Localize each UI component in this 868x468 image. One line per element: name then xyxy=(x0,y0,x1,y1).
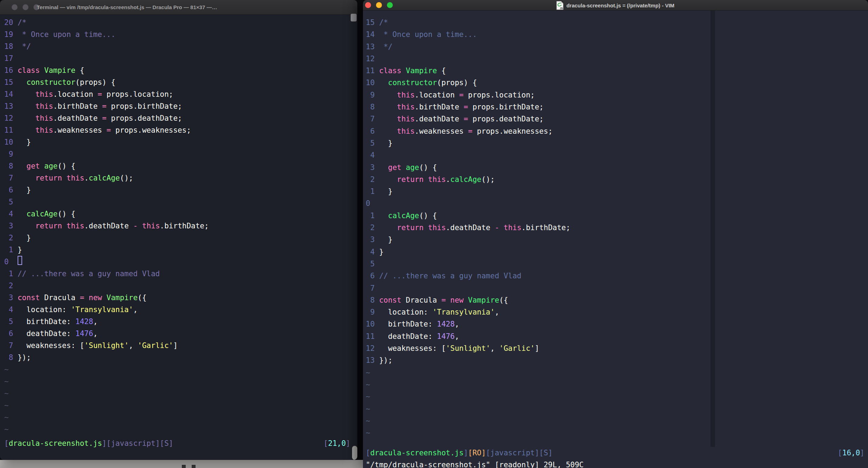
syntax-token: .weaknesses xyxy=(415,127,468,135)
code-line[interactable]: 11 this.weaknesses = props.weaknesses; xyxy=(4,124,350,136)
line-number: 9 xyxy=(366,91,379,99)
code-line[interactable]: 6 } xyxy=(4,184,350,196)
scrollbar-thumb[interactable] xyxy=(352,446,357,460)
code-line[interactable]: 9 location: 'Transylvania', xyxy=(366,306,860,318)
scrollbar-thumb[interactable] xyxy=(351,14,357,21)
code-line[interactable]: 3 const Dracula = new Vampire({ xyxy=(4,292,350,304)
code-line[interactable]: 15 /* xyxy=(366,17,860,29)
code-line[interactable]: 19 * Once upon a time... xyxy=(4,29,350,40)
code-line[interactable]: 11 class Vampire { xyxy=(366,65,860,77)
code-line[interactable]: 0 xyxy=(4,256,350,268)
code-line[interactable]: 2 xyxy=(4,280,350,292)
code-line[interactable]: 11 deathDate: 1476, xyxy=(366,330,860,342)
code-line[interactable]: 1 // ...there was a guy named Vlad xyxy=(4,268,350,280)
code-line[interactable]: 8 this.birthDate = props.birthDate; xyxy=(366,101,860,113)
code-line[interactable]: 8 const Dracula = new Vampire({ xyxy=(366,294,860,306)
code-line[interactable]: 1 } xyxy=(4,244,350,256)
code-line[interactable]: 13 }); xyxy=(366,354,860,366)
macvim-titlebar[interactable]: JS dracula-screenshot.js = (/private/tmp… xyxy=(363,0,868,11)
code-line[interactable]: 8 }); xyxy=(4,352,350,363)
code-line[interactable]: 14 * Once upon a time... xyxy=(366,29,860,40)
empty-buffer-line: ~ xyxy=(366,415,860,427)
syntax-token: this xyxy=(36,90,53,99)
terminal-screen[interactable]: 20 /*19 * Once upon a time...18 */17 16 … xyxy=(0,15,357,460)
code-line[interactable]: 4 } xyxy=(366,246,860,258)
code-line[interactable]: 4 location: 'Transylvania', xyxy=(4,304,350,316)
code-line[interactable]: 5 birthDate: 1428, xyxy=(4,316,350,328)
tilde-marker: ~ xyxy=(4,413,9,422)
code-line[interactable]: 6 deathDate: 1476, xyxy=(4,328,350,340)
syntax-token: props.deathDate; xyxy=(107,114,182,122)
code-line[interactable]: 0 xyxy=(366,197,860,209)
code-line[interactable]: 10 } xyxy=(4,136,350,148)
syntax-token: = xyxy=(98,90,102,99)
code-line[interactable]: 20 /* xyxy=(4,17,350,29)
syntax-token: props.weaknesses; xyxy=(472,127,553,135)
syntax-token: (); xyxy=(120,174,133,182)
code-line[interactable]: 2 } xyxy=(4,232,350,244)
code-line[interactable]: 10 constructor(props) { xyxy=(366,77,860,89)
code-line[interactable]: 15 constructor(props) { xyxy=(4,76,350,88)
minimize-button[interactable] xyxy=(23,4,28,10)
code-line[interactable]: 9 this.location = props.location; xyxy=(366,89,860,101)
syntax-token: } xyxy=(18,138,31,146)
code-line[interactable]: 2 return this.deathDate - this.birthDate… xyxy=(366,222,860,234)
code-line[interactable]: 16 class Vampire { xyxy=(4,64,350,76)
syntax-token: 'Garlic' xyxy=(499,344,535,353)
code-line[interactable]: 5 xyxy=(366,258,860,270)
code-line[interactable]: 9 xyxy=(4,148,350,160)
code-line[interactable]: 6 this.weaknesses = props.weaknesses; xyxy=(366,125,860,137)
code-line[interactable]: 3 get age() { xyxy=(366,162,860,173)
code-line[interactable]: 3 return this.deathDate - this.birthDate… xyxy=(4,220,350,232)
syntax-token: dracula-screenshot.js xyxy=(9,439,102,448)
line-number: 6 xyxy=(366,127,379,135)
code-line[interactable]: 18 */ xyxy=(4,40,350,52)
syntax-token: , xyxy=(455,332,459,341)
syntax-token: Dracula xyxy=(44,293,80,302)
tilde-marker: ~ xyxy=(4,377,9,386)
code-line[interactable]: 14 this.location = props.location; xyxy=(4,88,350,100)
code-line[interactable]: 5 xyxy=(4,196,350,208)
terminal-titlebar[interactable]: Terminal — vim /tmp/dracula-screenshot.j… xyxy=(0,0,357,15)
code-line[interactable]: 7 this.deathDate = props.deathDate; xyxy=(366,113,860,125)
line-number: 12 xyxy=(366,344,379,353)
code-line[interactable]: 8 get age() { xyxy=(4,160,350,172)
line-number: 5 xyxy=(366,260,379,268)
code-line[interactable]: 13 */ xyxy=(366,41,860,53)
code-line[interactable]: 1 } xyxy=(366,185,860,197)
code-line[interactable]: 13 this.birthDate = props.birthDate; xyxy=(4,100,350,112)
code-line[interactable]: 6 // ...there was a guy named Vlad xyxy=(366,270,860,282)
syntax-token: - xyxy=(133,222,138,230)
code-line[interactable]: 12 xyxy=(366,53,860,65)
syntax-token: age xyxy=(406,163,419,172)
code-line[interactable]: 7 return this.calcAge(); xyxy=(4,172,350,184)
line-number: 10 xyxy=(366,320,379,328)
macvim-screen[interactable]: 15 /*14 * Once upon a time...13 */12 11 … xyxy=(363,11,868,468)
vim-buffer[interactable]: 20 /*19 * Once upon a time...18 */17 16 … xyxy=(4,17,350,435)
background-window-strip xyxy=(0,460,363,468)
code-line[interactable]: 2 return this.calcAge(); xyxy=(366,173,860,185)
code-line[interactable]: 4 xyxy=(366,149,860,161)
macvim-window-title: dracula-screenshot.js = (/private/tmp) -… xyxy=(566,2,674,8)
code-line[interactable]: 3 } xyxy=(366,234,860,246)
statusline-ruler: [21,0] xyxy=(324,437,350,449)
code-line[interactable]: 7 weaknesses: ['Sunlight', 'Garlic'] xyxy=(4,340,350,352)
syntax-token: 'Sunlight' xyxy=(446,344,490,353)
syntax-token: return xyxy=(397,223,428,232)
close-button[interactable] xyxy=(12,4,18,10)
code-line[interactable]: 1 calcAge() { xyxy=(366,210,860,222)
syntax-token: deathDate: xyxy=(18,329,75,338)
syntax-token: calcAge xyxy=(388,211,419,220)
code-line[interactable]: 12 weaknesses: ['Sunlight', 'Garlic'] xyxy=(366,342,860,354)
syntax-token: () { xyxy=(419,211,437,220)
syntax-token: 'Transylvania' xyxy=(433,308,495,316)
code-line[interactable]: 10 birthDate: 1428, xyxy=(366,318,860,330)
empty-buffer-line: ~ xyxy=(4,375,350,387)
code-line[interactable]: 12 this.deathDate = props.deathDate; xyxy=(4,112,350,124)
syntax-token xyxy=(499,223,504,232)
code-line[interactable]: 17 xyxy=(4,52,350,64)
vim-buffer[interactable]: 15 /*14 * Once upon a time...13 */12 11 … xyxy=(366,17,860,439)
code-line[interactable]: 4 calcAge() { xyxy=(4,208,350,220)
code-line[interactable]: 5 } xyxy=(366,137,860,149)
code-line[interactable]: 7 xyxy=(366,282,860,294)
